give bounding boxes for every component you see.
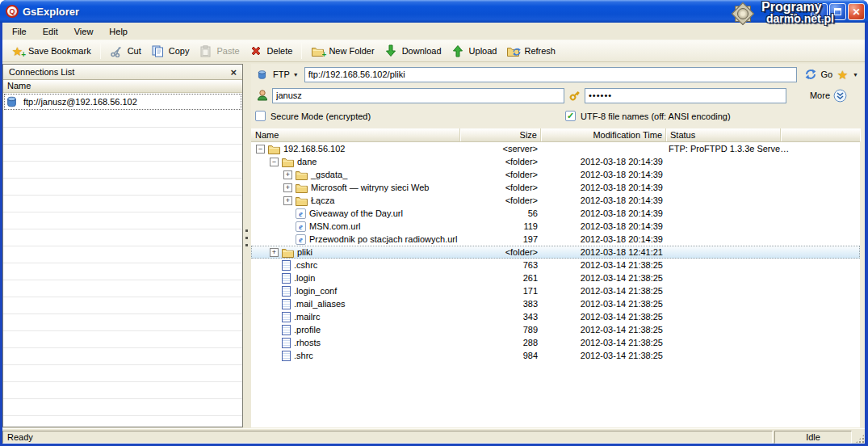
paste-button[interactable]: Paste [194,41,244,61]
go-button[interactable]: Go [820,69,832,79]
column-header-time[interactable]: Modification Time [541,128,666,141]
name-cell: eGiveaway of the Day.url [251,208,460,219]
status-message: Ready [2,431,773,444]
go-refresh-icon[interactable] [803,68,817,81]
close-button[interactable]: ✕ [848,3,865,20]
protocol-button[interactable]: FTP ▼ [255,69,301,81]
panel-close-icon[interactable]: × [230,67,237,78]
table-row[interactable]: +_gsdata_<folder>2012-03-18 20:14:39 [251,168,860,181]
credentials-bar: More [251,85,865,106]
utf8-label: UTF-8 file names (off: ANSI encoding) [581,112,731,121]
username-input[interactable] [272,88,564,103]
app-logo-icon: Q [6,5,19,18]
more-label[interactable]: More [810,90,830,100]
menu-edit[interactable]: Edit [35,24,66,39]
file-name: Microsoft — witryny sieci Web [311,183,430,192]
column-header-name[interactable]: Name [251,128,460,141]
file-time: 2012-03-14 21:38:25 [541,351,666,360]
file-name: .profile [294,325,321,334]
table-row[interactable]: +Łącza<folder>2012-03-18 20:14:39 [251,194,860,207]
resize-grip[interactable] [853,431,865,444]
name-cell: .mailrc [251,312,460,322]
file-size: 383 [460,299,541,309]
file-time: 2012-03-14 21:38:25 [541,260,666,270]
minimize-button[interactable] [811,3,828,20]
table-row[interactable]: .mailrc3432012-03-14 21:38:25 [251,310,860,323]
password-input[interactable] [585,88,786,103]
table-row[interactable]: .cshrc7632012-03-14 21:38:25 [251,259,860,271]
download-button[interactable]: Download [379,41,447,61]
file-icon [282,312,291,322]
upload-button[interactable]: Upload [447,41,502,61]
file-name: Przewodnik po stacjach radiowych.url [309,234,457,244]
connections-column-header[interactable]: Name [3,80,242,93]
table-row[interactable]: eMSN.com.url1192012-03-18 20:14:39 [251,220,860,233]
expand-icon[interactable]: + [283,183,292,192]
name-cell: +_gsdata_ [251,170,460,180]
table-row[interactable]: +pliki<folder>2012-03-18 12:41:21 [251,246,860,259]
table-row[interactable]: .profile7892012-03-14 21:38:25 [251,323,860,336]
file-name: Giveaway of the Day.url [309,208,403,218]
table-row[interactable]: eGiveaway of the Day.url562012-03-18 20:… [251,207,860,220]
table-row[interactable]: .login_conf1712012-03-14 21:38:25 [251,284,860,297]
new-folder-icon: + [311,44,325,57]
table-row[interactable]: −192.168.56.102<server>FTP: ProFTPD 1.3.… [251,142,860,155]
table-row[interactable]: +Microsoft — witryny sieci Web<folder>20… [251,181,860,194]
file-time: 2012-03-18 20:14:39 [541,196,666,205]
refresh-button[interactable]: Refresh [501,41,560,61]
name-cell: +Microsoft — witryny sieci Web [251,183,460,193]
panel-splitter[interactable] [243,64,251,428]
expand-icon[interactable]: + [283,196,292,205]
table-row[interactable]: .rhosts2882012-03-14 21:38:25 [251,336,860,349]
folder-icon [282,247,294,258]
name-cell: +Łącza [251,196,460,206]
name-cell: .mail_aliases [251,299,460,309]
secure-mode-label: Secure Mode (encrypted) [270,112,371,121]
table-row[interactable]: .mail_aliases3832012-03-14 21:38:25 [251,297,860,310]
expand-icon[interactable]: + [270,248,279,257]
upload-label: Upload [469,46,497,56]
name-cell: eMSN.com.url [251,221,460,232]
name-cell: .cshrc [251,260,460,271]
secure-mode-checkbox[interactable] [255,111,266,121]
column-header-status[interactable]: Status [666,128,781,141]
menu-file[interactable]: File [4,24,35,39]
title-bar[interactable]: Q GsExplorer ✕ Programy za darmo.net.pl [0,0,868,23]
url-input[interactable] [304,67,798,82]
more-chevron-icon[interactable] [833,89,847,102]
file-name: 192.168.56.102 [283,144,345,154]
delete-button[interactable]: Delete [245,41,298,61]
new-folder-button[interactable]: + New Folder [306,41,379,61]
file-name: .cshrc [294,260,317,270]
menu-help[interactable]: Help [101,24,136,39]
table-row[interactable]: ePrzewodnik po stacjach radiowych.url197… [251,233,860,246]
connection-item-label: ftp://janusz@192.168.56.102 [23,97,137,107]
column-header-size[interactable]: Size [460,128,541,141]
maximize-button[interactable] [829,3,846,20]
menu-view[interactable]: View [66,24,102,39]
table-row[interactable]: −dane<folder>2012-03-18 20:14:39 [251,155,860,168]
file-size: <server> [460,144,541,154]
bookmark-star-button[interactable]: ★ [836,68,849,81]
expand-icon[interactable]: + [283,170,292,179]
ftp-panel: FTP ▼ Go ★ ▼ [251,64,865,428]
scissors-icon [110,44,124,57]
protocol-label: FTP [273,69,290,79]
star-dropdown-icon[interactable]: ▼ [853,72,858,78]
file-icon [282,260,291,271]
connection-item[interactable]: ftp://janusz@192.168.56.102 [4,94,241,110]
table-row[interactable]: .login2612012-03-14 21:38:25 [251,271,860,284]
user-icon [255,89,269,102]
cut-button[interactable]: Cut [105,41,146,61]
save-bookmark-button[interactable]: ★+ Save Bookmark [6,41,96,61]
file-icon [282,325,291,335]
paste-label: Paste [216,46,239,56]
copy-button[interactable]: Copy [146,41,195,61]
secure-mode-option: Secure Mode (encrypted) [255,111,371,121]
utf8-checkbox[interactable] [565,111,576,121]
table-row[interactable]: .shrc9842012-03-14 21:38:25 [251,349,860,362]
collapse-icon[interactable]: − [256,145,265,154]
file-size: 763 [460,260,541,270]
collapse-icon[interactable]: − [270,158,279,166]
utf8-option: UTF-8 file names (off: ANSI encoding) [565,111,731,121]
